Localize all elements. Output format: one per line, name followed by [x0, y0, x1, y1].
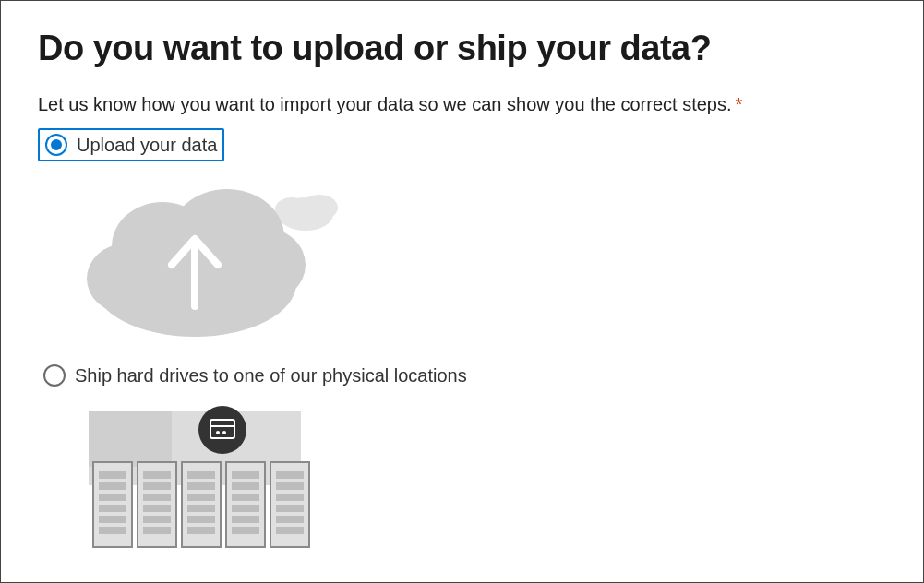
- svg-rect-43: [232, 527, 259, 534]
- svg-rect-26: [143, 494, 171, 501]
- svg-rect-24: [143, 471, 171, 479]
- svg-point-7: [87, 244, 164, 314]
- svg-point-2: [275, 197, 308, 221]
- svg-rect-36: [187, 527, 215, 534]
- upload-illustration: [75, 173, 886, 342]
- svg-rect-20: [99, 505, 126, 512]
- option-ship-label: Ship hard drives to one of our physical …: [75, 365, 467, 387]
- svg-rect-27: [143, 505, 171, 512]
- radio-upload-dot: [51, 139, 62, 150]
- svg-rect-45: [276, 471, 304, 479]
- svg-rect-17: [99, 471, 126, 479]
- svg-rect-22: [99, 527, 126, 534]
- svg-rect-40: [232, 494, 259, 501]
- svg-rect-42: [232, 516, 259, 523]
- required-asterisk: *: [736, 94, 743, 114]
- svg-point-14: [216, 431, 220, 434]
- page-title: Do you want to upload or ship your data?: [38, 29, 886, 68]
- svg-point-15: [222, 431, 226, 434]
- ship-illustration: [75, 398, 886, 558]
- svg-rect-28: [143, 516, 171, 523]
- svg-rect-49: [276, 516, 304, 523]
- option-upload-label: Upload your data: [77, 135, 217, 156]
- svg-rect-41: [232, 505, 259, 512]
- option-upload[interactable]: Upload your data: [38, 128, 224, 161]
- svg-rect-31: [187, 471, 215, 479]
- svg-rect-21: [99, 516, 126, 523]
- svg-rect-10: [89, 411, 172, 467]
- page-subtitle: Let us know how you want to import your …: [38, 94, 886, 115]
- svg-rect-48: [276, 505, 304, 512]
- svg-point-6: [222, 228, 306, 302]
- svg-rect-29: [143, 527, 171, 534]
- radio-ship[interactable]: [43, 364, 66, 387]
- subtitle-text: Let us know how you want to import your …: [38, 94, 732, 114]
- svg-rect-39: [232, 482, 259, 490]
- svg-rect-50: [276, 527, 304, 534]
- svg-rect-18: [99, 482, 126, 490]
- radio-upload[interactable]: [45, 134, 67, 156]
- svg-rect-32: [187, 482, 215, 490]
- svg-rect-35: [187, 516, 215, 523]
- svg-rect-47: [276, 494, 304, 501]
- svg-rect-19: [99, 494, 126, 501]
- svg-rect-46: [276, 482, 304, 490]
- server-racks-icon: [75, 398, 333, 554]
- svg-rect-25: [143, 482, 171, 490]
- svg-point-11: [198, 406, 246, 454]
- cloud-upload-icon: [75, 173, 352, 339]
- option-ship[interactable]: Ship hard drives to one of our physical …: [38, 361, 886, 390]
- svg-rect-38: [232, 471, 259, 479]
- svg-rect-33: [187, 494, 215, 501]
- svg-rect-34: [187, 505, 215, 512]
